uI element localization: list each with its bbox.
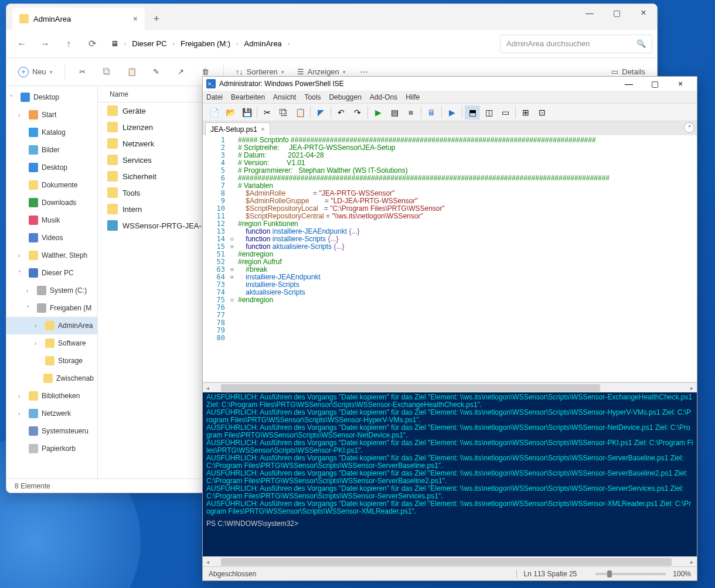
menu-item[interactable]: Debuggen — [329, 93, 361, 101]
tree-item[interactable]: ›Walther, Steph — [6, 247, 97, 264]
open-file-icon[interactable]: 📂 — [223, 105, 238, 119]
tree-item[interactable]: ˅Desktop — [6, 88, 97, 106]
explorer-tab[interactable]: AdminArea × — [12, 8, 145, 30]
cut-button[interactable]: ✂ — [72, 63, 93, 81]
tree-item[interactable]: ›AdminArea — [6, 317, 97, 334]
powershell-tab-icon[interactable]: ▶ — [444, 105, 459, 119]
run-selection-icon[interactable]: ▤ — [387, 105, 402, 119]
tree-item[interactable]: Storage — [6, 352, 97, 370]
tree-item[interactable]: ›Software — [6, 334, 97, 352]
ise-titlebar[interactable]: >_ Administrator: Windows PowerShell ISE… — [203, 77, 697, 91]
tree-item[interactable]: Downloads — [6, 194, 97, 211]
folder-icon — [19, 14, 29, 23]
remote-icon[interactable]: 🖥 — [424, 105, 439, 119]
tab-close-icon[interactable]: × — [133, 14, 138, 23]
tree-item[interactable]: Dokumente — [6, 176, 97, 194]
tree-item[interactable]: ›Start — [6, 106, 97, 124]
maximize-button[interactable]: ▢ — [603, 4, 630, 22]
powershell-icon: >_ — [206, 79, 216, 88]
ise-window: >_ Administrator: Windows PowerShell ISE… — [202, 76, 697, 581]
ise-toolbar[interactable]: 📄 📂 💾 ✂ ⿻ 📋 ◤ ↶ ↷ ▶ ▤ ■ 🖥 ▶ ⬒ ◫ ▭ ⊞ ⊡ — [203, 104, 697, 121]
new-file-icon[interactable]: 📄 — [206, 105, 222, 119]
tree-item[interactable]: ›Netzwerk — [6, 405, 97, 422]
tree-item[interactable]: ˅Dieser PC — [6, 264, 97, 282]
pc-icon: 🖥 — [111, 39, 118, 48]
layout2-icon[interactable]: ◫ — [481, 105, 496, 119]
show-command-icon[interactable]: ⊡ — [534, 105, 550, 119]
tree-item[interactable]: Desktop — [6, 159, 97, 176]
new-tab-button[interactable]: + — [145, 8, 168, 30]
save-icon[interactable]: 💾 — [239, 105, 254, 119]
search-input[interactable]: AdminArea durchsuchen 🔍 — [500, 35, 652, 53]
forward-button[interactable]: → — [35, 33, 56, 54]
tree-item[interactable]: Systemsteueru — [6, 422, 97, 440]
back-button[interactable]: ← — [11, 33, 32, 54]
explorer-titlebar[interactable]: AdminArea × + — ▢ × — [6, 4, 657, 30]
console-hscrollbar[interactable]: ◂▸ — [203, 556, 697, 566]
tree-item[interactable]: Musik — [6, 211, 97, 229]
share-button[interactable]: ↗ — [171, 63, 192, 81]
tree-item[interactable]: Bilder — [6, 141, 97, 159]
editor-hscrollbar[interactable]: ◂▸ — [203, 382, 697, 392]
ise-editor[interactable]: 1 2 3 4 5 6 7 8 9 10 11 12 13 14 15 51 5… — [203, 135, 697, 382]
tree-item[interactable]: Katalog — [6, 124, 97, 141]
paste-button[interactable]: 📋 — [121, 63, 142, 81]
paste-icon[interactable]: 📋 — [292, 105, 308, 119]
copy-icon[interactable]: ⿻ — [276, 105, 291, 119]
ise-statusbar: Abgeschlossen Ln 113 Spalte 25 100% — [203, 566, 697, 580]
menu-item[interactable]: Hilfe — [406, 93, 420, 101]
minimize-button[interactable]: — — [576, 4, 603, 22]
ise-maximize-button[interactable]: ▢ — [642, 77, 668, 91]
menu-item[interactable]: Tools — [304, 93, 321, 101]
zoom-slider[interactable] — [595, 573, 666, 575]
tree-item[interactable]: ›Bibliotheken — [6, 387, 97, 405]
tab-title: AdminArea — [33, 15, 71, 23]
menu-item[interactable]: Add-Ons — [370, 93, 397, 101]
clear-icon[interactable]: ◤ — [313, 105, 328, 119]
new-button[interactable]: +Neu▾ — [13, 63, 57, 81]
command-addon-icon[interactable]: ⊞ — [518, 105, 533, 119]
layout1-icon[interactable]: ⬒ — [465, 105, 480, 119]
refresh-button[interactable]: ⟳ — [81, 33, 103, 54]
close-button[interactable]: × — [630, 4, 657, 22]
ise-script-tabs: JEA-Setup.ps1× ˄ — [203, 121, 697, 135]
explorer-tree[interactable]: ˅Desktop›Start Katalog Bilder Desktop Do… — [6, 86, 98, 478]
redo-icon[interactable]: ↷ — [350, 105, 365, 119]
ise-minimize-button[interactable]: — — [616, 77, 642, 91]
up-button[interactable]: ↑ — [58, 33, 79, 54]
tree-item[interactable]: Papierkorb — [6, 440, 97, 457]
tree-item[interactable]: ˅Freigaben (M — [6, 299, 97, 317]
menu-item[interactable]: Datei — [206, 93, 223, 101]
layout3-icon[interactable]: ▭ — [498, 105, 513, 119]
menu-item[interactable]: Bearbeiten — [231, 93, 265, 101]
collapse-pane-icon[interactable]: ˄ — [684, 122, 694, 133]
ise-menubar[interactable]: DateiBearbeitenAnsichtToolsDebuggenAdd-O… — [203, 91, 697, 104]
ise-console[interactable]: AUSFÜHRLICH: Ausführen des Vorgangs "Dat… — [203, 392, 697, 556]
breadcrumb[interactable]: 🖥› Dieser PC› Freigaben (M:)› AdminArea› — [105, 35, 498, 53]
cut-icon[interactable]: ✂ — [260, 105, 275, 119]
tree-item[interactable]: ›System (C:) — [6, 282, 97, 299]
rename-button[interactable]: ✎ — [146, 63, 167, 81]
stop-icon[interactable]: ■ — [403, 105, 418, 119]
undo-icon[interactable]: ↶ — [333, 105, 349, 119]
tree-item[interactable]: Zwischenab — [6, 370, 97, 387]
run-icon[interactable]: ▶ — [370, 105, 386, 119]
ise-close-button[interactable]: × — [668, 77, 693, 91]
menu-item[interactable]: Ansicht — [273, 93, 296, 101]
explorer-navbar: ← → ↑ ⟳ 🖥› Dieser PC› Freigaben (M:)› Ad… — [6, 30, 657, 58]
tree-item[interactable]: Videos — [6, 229, 97, 247]
copy-button[interactable]: ⿻ — [97, 63, 118, 81]
tab-close-icon[interactable]: × — [261, 125, 265, 134]
search-icon: 🔍 — [636, 39, 646, 48]
script-tab[interactable]: JEA-Setup.ps1× — [205, 122, 270, 135]
